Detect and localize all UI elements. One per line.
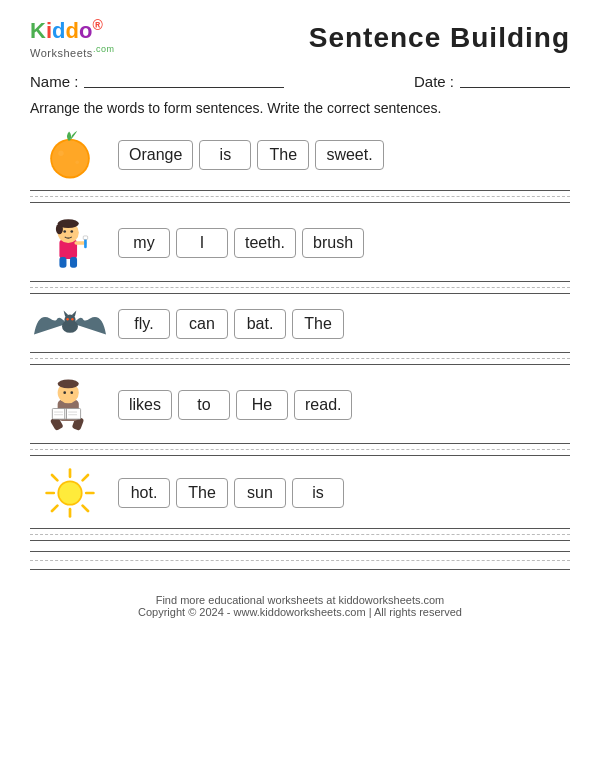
name-section: Name :	[30, 73, 284, 90]
header: Kiddo® Worksheets.com Sentence Building	[30, 18, 570, 59]
sentence-block-5: hot. The sun is	[30, 466, 570, 570]
sun-icon	[43, 466, 97, 520]
image-bat	[30, 304, 110, 344]
image-orange	[30, 128, 110, 182]
svg-point-20	[71, 318, 73, 320]
svg-point-1	[52, 141, 88, 177]
bat-icon	[34, 304, 106, 344]
footer-line1: Find more educational worksheets at kidd…	[30, 594, 570, 606]
word-box-1-2: is	[199, 140, 251, 170]
word-box-5-3: sun	[234, 478, 286, 508]
date-line[interactable]	[460, 74, 570, 88]
word-box-5-2: The	[176, 478, 228, 508]
word-box-4-2: to	[178, 390, 230, 420]
writing-area-4	[30, 443, 570, 456]
date-label: Date :	[414, 73, 454, 90]
word-box-4-4: read.	[294, 390, 352, 420]
words-row-5: hot. The sun is	[118, 478, 344, 508]
footer: Find more educational worksheets at kidd…	[30, 588, 570, 618]
words-row-3: fly. can bat. The	[118, 309, 344, 339]
name-label: Name :	[30, 73, 78, 90]
solid-line-bottom-1	[30, 202, 570, 203]
sentence-row-5: hot. The sun is	[30, 466, 570, 520]
writing-area-3	[30, 352, 570, 365]
word-box-2-1: my	[118, 228, 170, 258]
word-box-5-4: is	[292, 478, 344, 508]
logo-kiddo-text: Kiddo®	[30, 18, 103, 42]
solid-line-top-2	[30, 281, 570, 282]
solid-line-bottom-4	[30, 455, 570, 456]
date-section: Date :	[414, 73, 570, 90]
solid-line-bottom-2	[30, 293, 570, 294]
svg-point-7	[56, 224, 63, 235]
solid-line-bottom-5	[30, 540, 570, 541]
words-row-2: my I teeth. brush	[118, 228, 364, 258]
svg-point-26	[63, 391, 66, 394]
svg-rect-29	[66, 409, 80, 420]
svg-point-25	[58, 379, 79, 388]
word-box-3-4: The	[292, 309, 344, 339]
dashed-line-5	[30, 534, 570, 535]
name-line[interactable]	[84, 74, 284, 88]
image-brushteeth	[30, 213, 110, 273]
name-date-row: Name : Date :	[30, 73, 570, 90]
svg-point-44	[59, 482, 81, 504]
word-box-1-3: The	[257, 140, 309, 170]
sentence-row-4: likes to He read.	[30, 375, 570, 435]
svg-line-40	[83, 506, 88, 511]
word-box-5-1: hot.	[118, 478, 170, 508]
svg-point-8	[63, 230, 66, 233]
word-box-4-3: He	[236, 390, 288, 420]
writing-area-1	[30, 190, 570, 203]
word-box-3-1: fly.	[118, 309, 170, 339]
svg-rect-12	[83, 236, 87, 240]
dashed-line-4	[30, 449, 570, 450]
sentence-row-3: fly. can bat. The	[30, 304, 570, 344]
dashed-line-2	[30, 287, 570, 288]
word-box-1-4: sweet.	[315, 140, 383, 170]
boy-reading-icon	[43, 375, 97, 435]
dashed-line-extra-1	[30, 560, 570, 561]
solid-line-extra-2	[30, 569, 570, 570]
writing-area-2	[30, 281, 570, 294]
words-row-4: likes to He read.	[118, 390, 352, 420]
sentence-block-1: Orange is The sweet.	[30, 128, 570, 203]
sentence-row-2: my I teeth. brush	[30, 213, 570, 273]
sentence-block-2: my I teeth. brush	[30, 213, 570, 294]
svg-rect-14	[70, 257, 77, 268]
word-box-1-1: Orange	[118, 140, 193, 170]
writing-area-5	[30, 528, 570, 541]
svg-line-39	[52, 475, 57, 480]
words-row-1: Orange is The sweet.	[118, 140, 384, 170]
instructions: Arrange the words to form sentences. Wri…	[30, 100, 570, 116]
orange-icon	[43, 128, 97, 182]
sentence-block-3: fly. can bat. The	[30, 304, 570, 365]
svg-point-3	[75, 160, 79, 164]
dashed-line-1	[30, 196, 570, 197]
word-box-2-2: I	[176, 228, 228, 258]
svg-rect-13	[59, 257, 66, 268]
sentence-block-4: likes to He read.	[30, 375, 570, 456]
solid-line-top-1	[30, 190, 570, 191]
word-box-2-3: teeth.	[234, 228, 296, 258]
logo-worksheets-text: Worksheets.com	[30, 44, 114, 59]
image-boy-reading	[30, 375, 110, 435]
svg-line-42	[52, 506, 57, 511]
svg-point-9	[70, 230, 73, 233]
svg-point-27	[70, 391, 73, 394]
svg-line-41	[83, 475, 88, 480]
svg-point-2	[58, 150, 63, 155]
page: Kiddo® Worksheets.com Sentence Building …	[0, 0, 600, 776]
brushteeth-icon	[43, 213, 97, 273]
svg-point-19	[66, 318, 68, 320]
dashed-line-3	[30, 358, 570, 359]
word-box-3-3: bat.	[234, 309, 286, 339]
solid-line-top-4	[30, 443, 570, 444]
word-box-3-2: can	[176, 309, 228, 339]
solid-line-top-3	[30, 352, 570, 353]
sentence-row-1: Orange is The sweet.	[30, 128, 570, 182]
solid-line-top-5	[30, 528, 570, 529]
solid-line-extra-1	[30, 551, 570, 552]
image-sun	[30, 466, 110, 520]
word-box-4-1: likes	[118, 390, 172, 420]
